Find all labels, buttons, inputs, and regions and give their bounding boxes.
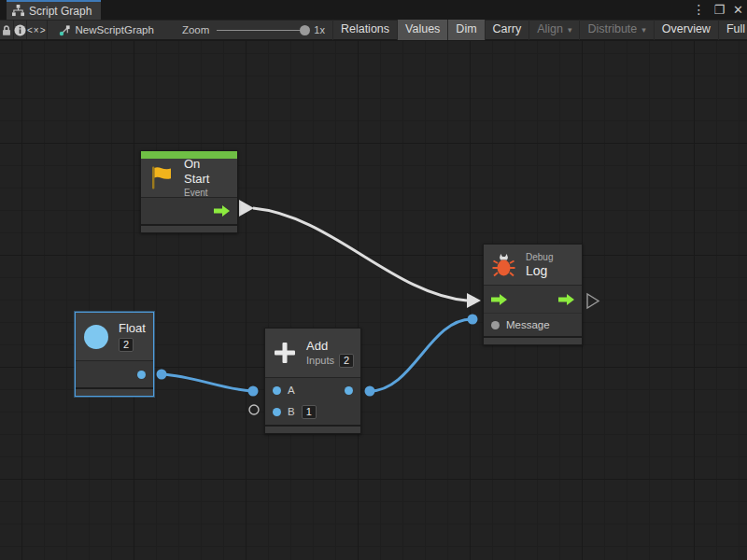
bug-icon [492, 252, 515, 278]
port-row-b: B 1 [265, 402, 360, 421]
node-group-label: Debug [526, 251, 553, 263]
wire-endpoint-dot [365, 386, 375, 397]
graph-name-group[interactable]: NewScriptGraph [59, 24, 154, 36]
zoom-slider-knob[interactable] [300, 25, 310, 35]
tab-title: Script Graph [29, 5, 92, 18]
flag-icon [149, 165, 174, 190]
toolbar-button-relations[interactable]: Relations [332, 20, 397, 40]
info-icon [14, 24, 26, 36]
wire-endpoint-dot [468, 315, 478, 325]
graph-asset-icon [59, 24, 71, 36]
wire-flow-onstart-to-log [253, 208, 467, 301]
tab-script-graph[interactable]: Script Graph [7, 0, 101, 20]
node-title: Float [119, 321, 146, 336]
edit-source-button[interactable]: <×> [27, 21, 47, 39]
window-menu-icon[interactable]: ⋮ [692, 0, 705, 20]
zoom-control: Zoom 1x [182, 24, 332, 35]
port-label-b: B [288, 406, 295, 417]
node-title: Log [526, 263, 553, 278]
message-port-row: Message [484, 314, 582, 336]
input-port-a[interactable] [273, 386, 281, 395]
wire-value-float-to-add [162, 374, 252, 391]
graph-toolbar: <×> NewScriptGraph Zoom 1x Relations Val… [0, 20, 747, 40]
toolbar-button-carry[interactable]: Carry [485, 20, 529, 40]
toolbar-button-distribute: Distribute [579, 20, 653, 40]
flow-output-port[interactable] [558, 294, 574, 305]
node-footer [76, 387, 153, 396]
wire-value-add-to-log [370, 319, 472, 391]
flow-output-port[interactable] [214, 205, 230, 217]
toolbar-button-values[interactable]: Values [397, 20, 447, 40]
inputs-count-field[interactable]: 2 [339, 354, 354, 368]
node-float[interactable]: Float 2 [75, 312, 154, 397]
zoom-slider[interactable] [217, 30, 305, 31]
flow-port-row [484, 286, 582, 314]
node-on-start[interactable]: On Start Event [140, 150, 238, 233]
graph-canvas[interactable]: On Start Event [0, 41, 747, 560]
node-subtitle: Event [184, 187, 229, 199]
close-icon[interactable]: ✕ [733, 0, 743, 20]
zoom-value: 1x [314, 24, 325, 35]
wire-start-arrow [239, 200, 254, 217]
port-row-a: A [265, 378, 360, 402]
node-title: Add [306, 339, 354, 354]
value-output-port[interactable] [137, 371, 146, 379]
unconnected-flow-triangle [587, 294, 599, 308]
node-footer [265, 425, 360, 433]
flow-input-port[interactable] [491, 294, 507, 305]
code-icon: <×> [27, 25, 47, 35]
float-value-field[interactable]: 2 [119, 338, 134, 352]
wire-endpoint-dot [248, 386, 259, 397]
sitemap-icon [12, 5, 24, 17]
tab-bar: Script Graph ⋮ ❐ ✕ [0, 0, 747, 20]
wire-end-arrow [467, 293, 481, 308]
node-debug-log[interactable]: Debug Log Message [483, 244, 583, 345]
port-label: Message [506, 319, 550, 330]
window-controls: ⋮ ❐ ✕ [692, 0, 743, 20]
wire-endpoint-dot [157, 370, 167, 380]
toolbar-separator [47, 21, 48, 39]
port-row [141, 198, 237, 224]
wires-layer [0, 41, 747, 560]
lock-button[interactable] [0, 21, 13, 39]
node-header: Add Inputs 2 [265, 329, 360, 378]
info-button[interactable] [14, 21, 26, 39]
float-value-icon [84, 325, 108, 349]
toolbar-button-dim[interactable]: Dim [447, 20, 484, 40]
script-graph-window: Script Graph ⋮ ❐ ✕ <×> [0, 0, 747, 560]
maximize-icon[interactable]: ❐ [713, 0, 725, 20]
port-label-a: A [288, 385, 295, 396]
node-footer [141, 224, 237, 232]
node-header: On Start Event [141, 159, 237, 198]
node-add[interactable]: Add Inputs 2 A B 1 [264, 328, 361, 434]
zoom-label: Zoom [182, 24, 209, 35]
node-header: Debug Log [484, 245, 582, 286]
toolbar-button-overview[interactable]: Overview [654, 20, 718, 40]
node-footer [484, 336, 582, 344]
port-row [76, 361, 153, 387]
message-input-port[interactable] [491, 321, 500, 329]
lock-icon [0, 23, 13, 37]
b-value-field[interactable]: 1 [302, 405, 317, 419]
unconnected-port-circle [249, 405, 259, 414]
toolbar-button-align: Align [529, 20, 579, 40]
input-port-b[interactable] [273, 408, 281, 416]
sum-output-port[interactable] [345, 386, 353, 395]
node-subtitle: Inputs [306, 355, 334, 367]
node-header: Float 2 [76, 313, 153, 361]
toolbar-button-fullscreen[interactable]: Full S [718, 20, 747, 40]
graph-name-label: NewScriptGraph [76, 24, 154, 35]
node-title: On Start [184, 157, 229, 187]
plus-icon [274, 342, 296, 364]
